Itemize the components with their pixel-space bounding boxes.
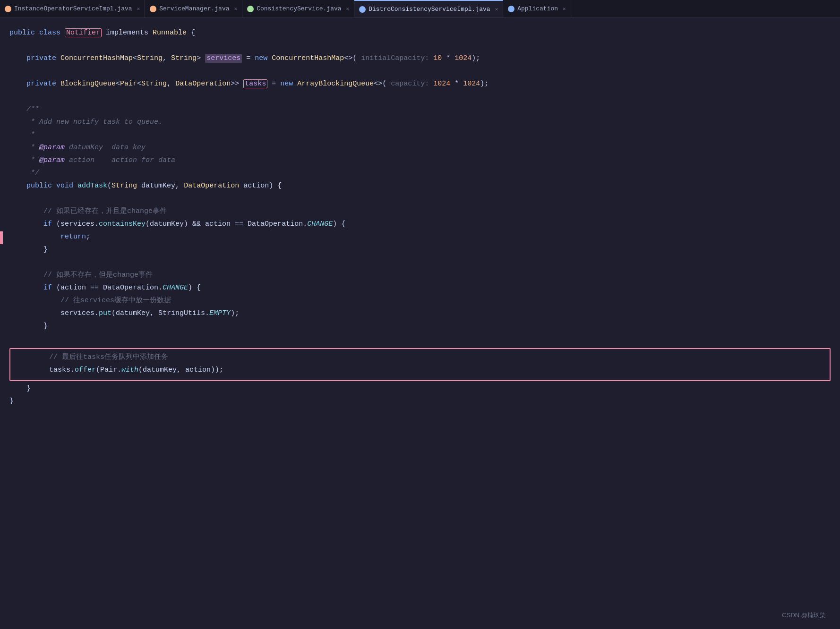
tab-instance-operator[interactable]: InstanceOperatorServiceImpl.java ✕ — [0, 0, 145, 17]
tab-service-manager[interactable]: ServiceManager.java ✕ — [145, 0, 242, 17]
code-line-1: public class Notifier implements Runnabl… — [0, 27, 840, 40]
code-line-comment1: // 如果已经存在，并且是change事件 — [0, 206, 840, 219]
code-line-services: private ConcurrentHashMap<String, String… — [0, 53, 840, 66]
tab-label-1: InstanceOperatorServiceImpl.java — [14, 5, 132, 12]
code-line-blank5 — [0, 257, 840, 270]
code-line-blank2 — [0, 66, 840, 78]
left-indicator — [0, 231, 3, 244]
tab-application[interactable]: Application ✕ — [503, 0, 571, 17]
code-line-jdoc6: */ — [0, 168, 840, 180]
tab-icon-2 — [150, 6, 156, 12]
code-line-services-put: services.put(datumKey, StringUtils.EMPTY… — [0, 308, 840, 321]
tab-close-1[interactable]: ✕ — [137, 6, 140, 12]
code-line-brace2: } — [0, 321, 840, 333]
code-line-tasks: private BlockingQueue<Pair<String, DataO… — [0, 78, 840, 91]
code-line-brace1: } — [0, 244, 840, 257]
code-line-brace4: } — [0, 396, 840, 408]
code-line-comment2: // 如果不存在，但是change事件 — [0, 270, 840, 282]
tab-label-2: ServiceManager.java — [159, 5, 229, 12]
code-line-if1: if (services.containsKey(datumKey) && ac… — [0, 219, 840, 231]
code-line-return: return; — [0, 231, 840, 244]
tab-label-3: ConsistencyService.java — [257, 5, 341, 12]
code-line-jdoc3: * — [0, 129, 840, 142]
tab-close-5[interactable]: ✕ — [563, 6, 566, 12]
code-line-jdoc1: /** — [0, 104, 840, 117]
watermark: CSDN @楠玖柒 — [782, 611, 826, 620]
code-line-blank4 — [0, 193, 840, 206]
tab-distro-consistency[interactable]: DistroConsistencyServiceImpl.java ✕ — [354, 0, 503, 17]
line-content-tasks: private BlockingQueue<Pair<String, DataO… — [9, 78, 831, 90]
tasks-offer: tasks.offer(Pair.with(datumKey, action))… — [15, 365, 825, 377]
tab-icon-5 — [508, 6, 514, 12]
code-line-blank1 — [0, 40, 840, 53]
code-line-jdoc5: * @param action action for data — [0, 155, 840, 168]
code-editor: public class Notifier implements Runnabl… — [0, 18, 840, 418]
tab-close-3[interactable]: ✕ — [346, 6, 350, 12]
code-line-comment3: // 往services缓存中放一份数据 — [0, 295, 840, 308]
tab-bar: InstanceOperatorServiceImpl.java ✕ Servi… — [0, 0, 840, 18]
highlighted-section: // 最后往tasks任务队列中添加任务 tasks.offer(Pair.wi… — [9, 348, 831, 381]
comment-last: // 最后往tasks任务队列中添加任务 — [15, 352, 825, 365]
tab-icon-1 — [5, 6, 11, 12]
code-line-jdoc4: * @param datumKey data key — [0, 142, 840, 155]
tab-close-4[interactable]: ✕ — [495, 6, 498, 12]
code-line-addtask: public void addTask(String datumKey, Dat… — [0, 180, 840, 193]
code-line-brace3: } — [0, 383, 840, 396]
tab-icon-4 — [359, 6, 366, 13]
tab-close-2[interactable]: ✕ — [234, 6, 238, 12]
code-line-blank6 — [0, 333, 840, 346]
code-line-if2: if (action == DataOperation.CHANGE) { — [0, 282, 840, 295]
code-line-blank3 — [0, 91, 840, 104]
code-line-jdoc2: * Add new notify task to queue. — [0, 117, 840, 129]
line-content-1: public class Notifier implements Runnabl… — [9, 27, 831, 39]
tab-label-4: DistroConsistencyServiceImpl.java — [369, 6, 490, 13]
tab-icon-3 — [247, 6, 254, 12]
tab-label-5: Application — [517, 5, 558, 12]
tab-consistency-service[interactable]: ConsistencyService.java ✕ — [242, 0, 354, 17]
line-content-services: private ConcurrentHashMap<String, String… — [9, 53, 831, 65]
